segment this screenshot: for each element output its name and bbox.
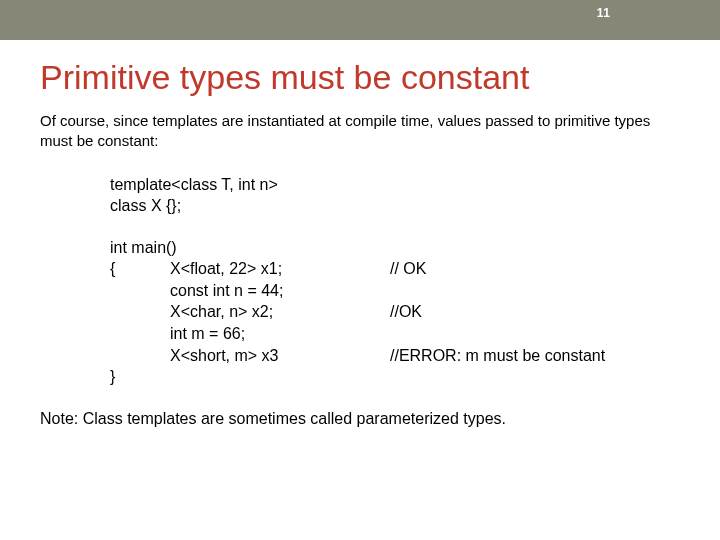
slide: 11 Primitive types must be constant Of c… [0, 0, 720, 540]
slide-title: Primitive types must be constant [40, 58, 720, 97]
code-line: int main() [110, 237, 605, 259]
code-line: template<class T, int n> [110, 174, 720, 196]
code-line: const int n = 44; [170, 280, 390, 302]
code-line: X<char, n> x2; [170, 301, 390, 323]
footnote: Note: Class templates are sometimes call… [40, 410, 680, 428]
code-line: class X {}; [110, 195, 720, 217]
code-table: int main() { X<float, 22> x1; // OK cons… [110, 237, 605, 388]
code-brace: } [110, 366, 170, 388]
intro-paragraph: Of course, since templates are instantia… [40, 111, 670, 152]
code-comment: // OK [390, 258, 605, 280]
code-block: template<class T, int n> class X {}; int… [110, 174, 720, 388]
code-line: X<float, 22> x1; [170, 258, 390, 280]
code-comment: //ERROR: m must be constant [390, 345, 605, 367]
top-bar: 11 [0, 0, 720, 40]
code-line: X<short, m> x3 [170, 345, 390, 367]
code-brace: { [110, 258, 170, 280]
code-comment: //OK [390, 301, 605, 323]
page-number: 11 [597, 6, 610, 20]
code-line: int m = 66; [170, 323, 390, 345]
